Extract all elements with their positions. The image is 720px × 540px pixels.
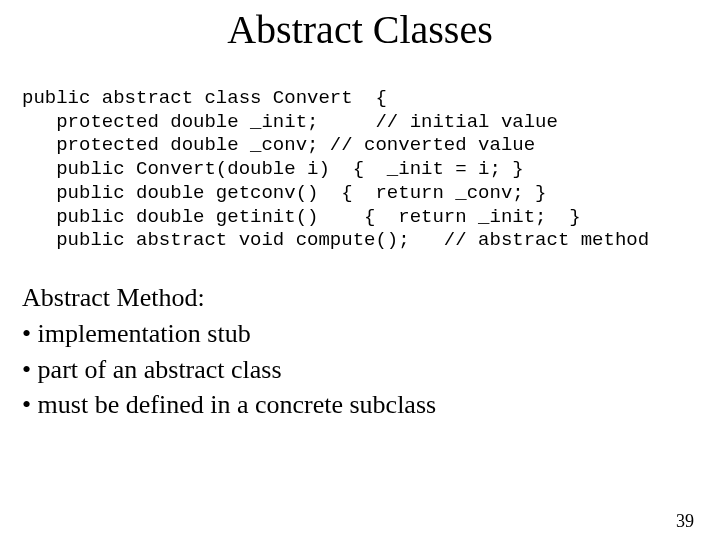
body-text: Abstract Method: • implementation stub •… [22, 281, 720, 422]
page-number: 39 [676, 511, 694, 532]
code-line: protected double _init; // initial value [22, 111, 558, 133]
code-line: public abstract void compute(); // abstr… [22, 229, 649, 251]
slide-title: Abstract Classes [0, 6, 720, 53]
bullet-item: • must be defined in a concrete subclass [22, 388, 720, 422]
slide: Abstract Classes public abstract class C… [0, 6, 720, 540]
bullet-item: • part of an abstract class [22, 353, 720, 387]
code-line: public double getconv() { return _conv; … [22, 182, 547, 204]
code-line: public Convert(double i) { _init = i; } [22, 158, 524, 180]
code-block: public abstract class Convert { protecte… [22, 63, 720, 253]
bullet-item: • implementation stub [22, 317, 720, 351]
code-line: protected double _conv; // converted val… [22, 134, 535, 156]
body-heading: Abstract Method: [22, 281, 720, 315]
code-line: public double getinit() { return _init; … [22, 206, 581, 228]
code-line: public abstract class Convert { [22, 87, 387, 109]
